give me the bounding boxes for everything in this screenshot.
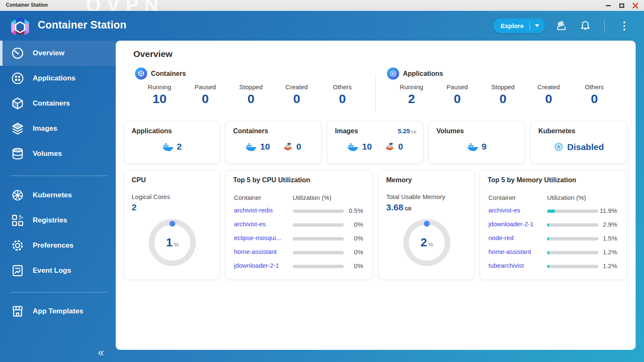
app-window: Container Station Explore [0, 11, 644, 362]
containers-summary-stats: Running 10 Paused 0 Stopped 0 Created 0 … [137, 83, 365, 106]
tasks-stack-icon [555, 20, 568, 32]
memory-usage-percent: 2 [421, 236, 427, 249]
main-content-panel: Overview Containers Running 10 Paused 0 … [116, 41, 636, 350]
lxd-stack-icon [283, 142, 293, 151]
sidebar-divider [10, 176, 108, 176]
sidebar-item-containers[interactable]: Containers [0, 91, 116, 116]
cpu-usage-percent: 1 [166, 236, 173, 249]
stat-running: Running 2 [389, 83, 434, 106]
close-icon [632, 3, 639, 9]
minimize-icon [606, 5, 611, 6]
container-link[interactable]: home-assistant [488, 248, 531, 255]
applications-summary-icon [387, 67, 399, 80]
stat-others: Others 0 [571, 83, 617, 106]
gauge-icon [11, 47, 24, 60]
utilization-bar [547, 209, 598, 213]
maximize-button[interactable] [616, 0, 627, 11]
containers-summary-label: Containers [151, 70, 186, 78]
stat-paused: Paused 0 [434, 83, 480, 106]
volumes-card: Volumes 9 [428, 121, 525, 164]
docker-whale-icon [347, 142, 358, 151]
sidebar-item-app-templates[interactable]: App Templates [0, 299, 116, 324]
images-card: Images 5.25GB 10 [327, 121, 423, 164]
stat-created: Created 0 [274, 83, 319, 106]
explore-dropdown[interactable] [530, 24, 545, 27]
sidebar-item-images[interactable]: Images [0, 116, 116, 141]
applications-card: Applications 2 [124, 121, 220, 164]
container-link[interactable]: archivist-redis [234, 207, 273, 214]
database-icon [11, 147, 24, 160]
container-link[interactable]: eclipse-mosqui... [234, 234, 281, 241]
event-log-icon [11, 264, 24, 277]
background-tasks-button[interactable] [555, 20, 568, 32]
more-options-button[interactable] [618, 20, 631, 32]
table-row: home-assistant 1.2% [488, 248, 617, 257]
utilization-bar [293, 237, 344, 240]
bell-icon [579, 20, 592, 32]
close-button[interactable] [630, 0, 641, 11]
containers-docker-count: 10 [260, 142, 270, 152]
sidebar-divider [10, 292, 108, 292]
utilization-bar [293, 209, 344, 213]
explore-button[interactable]: Explore [493, 18, 545, 33]
container-link[interactable]: archivist-es [488, 207, 520, 214]
kebab-menu-icon [618, 20, 631, 32]
table-row: archivist-es 0% [234, 220, 363, 230]
summary-divider [375, 74, 376, 111]
sidebar-item-overview[interactable]: Overview [0, 41, 116, 66]
sidebar-item-event-logs[interactable]: Event Logs [0, 258, 116, 283]
container-link[interactable]: tubearchivist [488, 262, 524, 269]
total-usable-memory-label: Total Usable Memory [386, 193, 445, 200]
utilization-bar [547, 265, 598, 268]
background-window-title: QVPN [86, 0, 164, 11]
cube-icon [11, 97, 24, 110]
window-titlebar: QVPN Container Station [0, 0, 644, 11]
sidebar: Overview Applications Containers [0, 41, 116, 362]
docker-whale-icon [162, 142, 174, 151]
utilization-column-header: Utilization (%) [547, 194, 586, 201]
layers-icon [11, 122, 24, 135]
table-row: jdownloader-2-1 2.9% [488, 220, 617, 230]
sidebar-item-kubernetes[interactable]: Kubernetes [0, 183, 116, 208]
container-link[interactable]: archivist-es [234, 220, 266, 228]
container-link[interactable]: home-assistant [234, 248, 277, 255]
applications-docker-count: 2 [177, 142, 182, 152]
logical-cores-value: 2 [132, 202, 137, 212]
table-row: node-red 1.5% [488, 234, 617, 243]
cpu-card: CPU Logical Cores 2 1 % [124, 170, 220, 280]
sidebar-item-registries[interactable]: Registries [0, 208, 116, 233]
container-link[interactable]: node-red [488, 234, 514, 241]
notifications-button[interactable] [579, 20, 592, 32]
container-station-logo [10, 16, 30, 36]
utilization-bar [293, 223, 344, 227]
kubernetes-helm-icon [11, 189, 24, 202]
top5-cpu-card: Top 5 by CPU Utilization Container Utili… [225, 170, 373, 280]
sidebar-item-volumes[interactable]: Volumes [0, 141, 116, 166]
sidebar-item-applications[interactable]: Applications [0, 66, 116, 91]
chevron-down-icon [535, 24, 539, 27]
table-row: home-assistant 0% [234, 248, 363, 257]
table-row: archivist-redis 0.5% [234, 207, 363, 216]
stat-running: Running 10 [137, 83, 182, 106]
utilization-bar [293, 265, 344, 268]
grid-icon [390, 70, 397, 77]
utilization-bar [547, 237, 598, 240]
minimize-button[interactable] [603, 0, 614, 11]
kubernetes-card: Kubernetes Disabled [530, 121, 627, 164]
cube-icon [138, 70, 145, 77]
stat-created: Created 0 [526, 83, 571, 106]
utilization-bar [293, 251, 344, 254]
containers-summary-icon [135, 67, 147, 80]
utilization-bar [547, 223, 598, 227]
total-usable-memory-value: 3.68GB [386, 202, 411, 212]
sidebar-item-preferences[interactable]: Preferences [0, 233, 116, 258]
page-title: Overview [133, 49, 172, 59]
stat-stopped: Stopped 0 [480, 83, 526, 106]
container-link[interactable]: jdownloader-2-1 [234, 262, 279, 269]
container-column-header: Container [488, 194, 516, 201]
sidebar-collapse-button[interactable]: « [98, 347, 104, 358]
header-divider [604, 20, 605, 31]
container-column-header: Container [234, 194, 261, 201]
table-row: tubearchivist 1.2% [488, 262, 617, 271]
container-link[interactable]: jdownloader-2-1 [488, 220, 534, 228]
